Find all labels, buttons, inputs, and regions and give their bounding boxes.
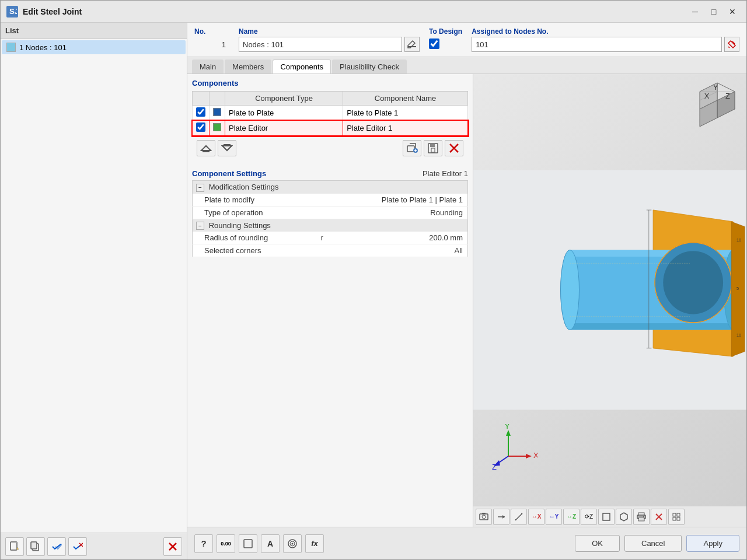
no-input[interactable] [194,37,229,52]
formula-button[interactable]: fx [305,534,324,553]
ok-button[interactable]: OK [575,535,620,552]
svg-rect-12 [203,150,210,152]
svg-rect-78 [639,518,644,520]
svg-rect-82 [673,513,676,516]
svg-point-35 [663,251,723,314]
svg-marker-57 [506,430,511,436]
svg-point-89 [292,542,294,544]
name-edit-button[interactable] [404,37,420,52]
bottom-bar: ? 0.00 A fx OK Cancel Apply [187,527,746,559]
comp-name-1: Plate to Plate 1 [343,106,468,121]
assigned-input[interactable] [472,37,722,52]
close-button[interactable]: ✕ [724,5,741,18]
settings-title: Component Settings [192,169,266,178]
vp-rotz-btn[interactable]: ⟳Z [581,509,597,525]
cancel-button[interactable]: Cancel [624,535,682,552]
vp-box-btn[interactable] [598,509,615,525]
vp-print-btn[interactable] [633,509,650,525]
name-input-row [239,37,420,52]
rounding-group-row: − Rounding Settings [193,219,468,232]
svg-rect-6 [31,542,37,549]
delete-comp-button[interactable] [445,140,463,156]
minimize-button[interactable]: ─ [687,5,703,18]
vp-camera-btn[interactable] [476,509,492,525]
nodes-clear-button[interactable] [724,37,739,52]
save-comp-button[interactable] [424,140,442,156]
name-input[interactable] [239,37,402,52]
list-item[interactable]: 1 Nodes : 101 [2,40,186,54]
svg-text:Y: Y [713,83,718,92]
plate-to-modify-value: Plate to Plate 1 | Plate 1 [328,194,468,206]
assigned-group: Assigned to Nodes No. [472,27,739,52]
top-form: No. Name To Design [187,23,746,57]
apply-button[interactable]: Apply [686,535,739,552]
vp-x-btn[interactable]: ↔X [528,509,544,525]
comp-row-1[interactable]: Plate to Plate Plate to Plate 1 [193,106,468,121]
vp-measure-btn[interactable] [511,509,527,525]
comp-check-2[interactable] [196,123,205,132]
svg-text:5: 5 [736,286,739,291]
tab-plausibility[interactable]: Plausibility Check [332,60,407,74]
svg-rect-14 [224,144,231,146]
rounding-collapse-btn[interactable]: − [196,222,204,230]
window-controls: ─ □ ✕ [687,5,741,18]
numeric-button[interactable]: 0.00 [217,534,235,553]
axis-indicator: Y X Z [491,424,537,471]
window-title: Edit Steel Joint [23,7,682,16]
svg-rect-30 [570,323,734,330]
vp-y-btn[interactable]: ↔Y [546,509,562,525]
no-label: No. [194,27,229,36]
add-comp-button[interactable] [403,140,421,156]
title-bar: SJ Edit Steel Joint ─ □ ✕ [1,1,746,23]
left-toolbar [1,533,187,559]
svg-rect-2 [11,542,17,550]
modification-group-label: Modification Settings [209,183,279,191]
vp-close-btn[interactable] [651,509,667,525]
svg-text:Y: Y [505,424,510,430]
comp-color-1 [213,108,221,116]
tab-components[interactable]: Components [273,60,331,74]
corners-label: Selected corners [193,244,316,257]
comp-row-2[interactable]: Plate Editor Plate Editor 1 [193,121,468,136]
vp-arrow-btn[interactable] [493,509,509,525]
cube-navigator[interactable]: Y X Z [694,80,741,127]
help-button[interactable]: ? [194,534,213,553]
format-button[interactable]: A [261,534,280,553]
name-label: Name [239,27,420,36]
svg-marker-69 [502,515,505,519]
to-design-checkbox[interactable] [429,38,439,49]
modification-collapse-btn[interactable]: − [196,184,204,192]
viewport-canvas[interactable]: 10 5 10 [473,74,746,506]
list-item-label: 1 Nodes : 101 [19,43,67,52]
view-button[interactable] [239,534,257,553]
rounding-group-label: Rounding Settings [209,221,271,230]
svg-rect-20 [430,144,435,147]
tab-main[interactable]: Main [192,60,224,74]
svg-text:SJ: SJ [9,7,17,16]
vp-hex-btn[interactable] [616,509,632,525]
check-all-button[interactable] [47,537,66,556]
settings-header: Component Settings Plate Editor 1 [192,169,468,178]
comp-check-1[interactable] [196,107,205,117]
new-button[interactable] [5,537,24,556]
components-section: Components Component Type Component Name [187,74,473,164]
svg-point-66 [482,515,486,519]
left-panel: List 1 Nodes : 101 [1,23,187,559]
type-col-header: Component Type [225,92,343,106]
plate-to-modify-label: Plate to modify [193,194,316,206]
comp-actions [192,136,468,160]
delete-left-button[interactable] [163,537,182,556]
vp-z-btn[interactable]: ↔Z [563,509,580,525]
name-group: Name [239,27,420,52]
settings-table: − Modification Settings Plate to modify … [192,180,468,257]
vp-layout-btn[interactable] [668,509,685,525]
corners-row: Selected corners All [193,244,468,257]
uncheck-button[interactable] [68,537,87,556]
copy-button[interactable] [26,537,45,556]
radius-row: Radius of rounding r 200.0 mm [193,232,468,244]
tab-members[interactable]: Members [225,60,271,74]
move-up-button[interactable] [197,140,215,156]
move-down-button[interactable] [218,140,236,156]
maximize-button[interactable]: □ [706,5,722,18]
filter-button[interactable] [283,534,302,553]
